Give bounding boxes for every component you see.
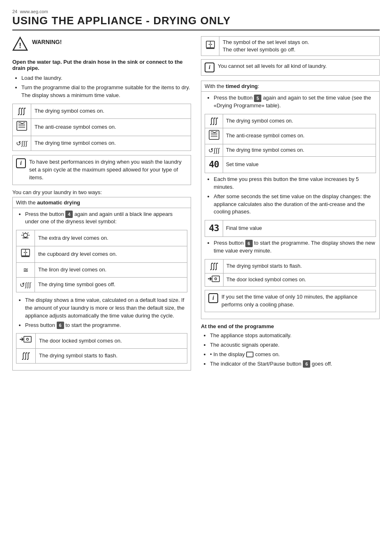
- symbol-cell: [205, 273, 224, 287]
- table-row: 40 Set time value: [205, 157, 376, 173]
- symbol-desc: The drying symbol comes on.: [31, 104, 191, 118]
- symbol-desc: The drying time symbol comes on.: [31, 136, 191, 151]
- display-40-symbol: 40: [209, 159, 219, 169]
- symbol-desc: The drying symbol starts to flash.: [224, 259, 376, 273]
- table-row: ↺ʃʃʃ The drying time symbol comes on.: [205, 144, 376, 157]
- table-row: ʃʃʃ The drying symbol comes on.: [205, 114, 376, 128]
- display-43-symbol: 43: [209, 223, 219, 233]
- final-time-table: 43 Final time value: [205, 220, 376, 237]
- timed-symbol-table: ʃʃʃ The drying symbol comes on. The anti…: [205, 114, 376, 173]
- two-ways-text: You can dry your laundry in two ways:: [12, 189, 191, 195]
- info-icon: i: [205, 63, 214, 72]
- extradry-symbol: [21, 234, 30, 242]
- timed-start-bullet: Press button 6 to start the programme. T…: [205, 239, 376, 255]
- list-item: Press button 6 to start the programme.: [25, 322, 187, 329]
- right-column: The symbol of the set level stays on.The…: [201, 36, 380, 375]
- iron-symbol: ≅: [23, 266, 28, 273]
- level-symbol-table: The symbol of the set level stays on.The…: [201, 36, 380, 56]
- end-section-header: At the end of the programme: [201, 323, 380, 329]
- timed-extra-bullets: Each time you press this button the time…: [205, 176, 376, 216]
- flame-symbol: ʃʃʃ: [18, 107, 25, 115]
- dryness-level-table: The extra dry level comes on.: [16, 230, 187, 292]
- svg-point-27: [211, 44, 212, 44]
- table-row: ʃʃʃ The drying symbol comes on.: [13, 104, 191, 118]
- warning-label: WARNING!: [32, 36, 62, 45]
- timed-bottom-symbol-table: ʃʃʃ The drying symbol starts to flash.: [205, 259, 376, 287]
- drytime-symbol-2: ↺ʃʃʃ: [208, 147, 220, 154]
- symbol-desc: The extra dry level comes on.: [35, 230, 187, 246]
- timed-drying-steps: Press the button 5 again and again to se…: [205, 94, 376, 110]
- auto-drying-header: With the automatic drying: [13, 197, 191, 208]
- table-row: ↺ʃʃʃ The drying time symbol goes off.: [16, 277, 187, 292]
- symbol-desc: The anti-crease symbol comes on.: [31, 118, 191, 136]
- symbol-desc: The drying time symbol goes off.: [35, 277, 187, 292]
- flame-flash-symbol: ʃʃʃ: [22, 352, 30, 360]
- auto-drying-section: With the automatic drying Press the butt…: [12, 197, 191, 371]
- anticrease-symbol: [16, 124, 27, 132]
- info-text: If you set the time value of only 10 min…: [221, 293, 372, 309]
- button-6-badge-2: 6: [245, 240, 253, 247]
- auto-drying-extra-steps: The display shows a time value, calculat…: [16, 297, 187, 329]
- svg-point-16: [24, 252, 25, 253]
- button-5-badge: 5: [254, 95, 261, 102]
- flame-symbol-2: ʃʃʃ: [210, 117, 218, 125]
- drytime-symbol: ↺ʃʃʃ: [16, 140, 28, 147]
- button-4-badge: 4: [65, 211, 73, 218]
- initial-steps-list: Load the laundry. Turn the programme dia…: [12, 74, 191, 100]
- table-row: The anti-crease symbol comes on.: [205, 128, 376, 144]
- svg-point-26: [208, 44, 209, 44]
- button-6-badge-end: 6: [303, 360, 310, 368]
- list-item: Press the button 5 again and again to se…: [214, 94, 376, 110]
- info-text: To have best performances in drying when…: [29, 158, 187, 182]
- symbol-cell: ʃʃʃ: [205, 259, 224, 273]
- symbol-cell: [201, 37, 219, 56]
- symbol-desc: The door locked symbol comes on.: [36, 334, 187, 348]
- svg-point-34: [215, 278, 217, 280]
- timed-drying-body: Press the button 5 again and again to se…: [201, 92, 379, 319]
- list-item: Press the button 4 again and again until…: [25, 211, 187, 226]
- table-row: The extra dry level comes on.: [16, 230, 187, 246]
- symbol-cell: ↺ʃʃʃ: [16, 277, 35, 292]
- svg-point-6: [23, 233, 28, 237]
- svg-text:!: !: [19, 42, 21, 50]
- main-layout: ! WARNING! Open the water tap. Put the d…: [12, 36, 380, 375]
- symbol-desc: The symbol of the set level stays on.The…: [219, 37, 380, 56]
- timed-drying-header: With the timed drying:: [201, 81, 379, 92]
- list-item: The appliance stops automatically.: [210, 332, 380, 340]
- symbol-cell: [13, 118, 31, 136]
- auto-drying-label: automatic drying: [37, 199, 80, 206]
- left-column: ! WARNING! Open the water tap. Put the d…: [12, 36, 191, 375]
- symbol-cell: [16, 230, 35, 246]
- cupboard-symbol: [21, 251, 30, 259]
- symbol-desc: Final time value: [223, 220, 376, 237]
- auto-bottom-symbol-table: The door locked symbol comes on. ʃʃʃ The…: [16, 333, 187, 363]
- table-row: The door locked symbol comes on.: [205, 273, 376, 287]
- table-row: The anti-crease symbol comes on.: [13, 118, 191, 136]
- symbol-cell: 40: [205, 157, 223, 173]
- symbol-cell: ʃʃʃ: [16, 348, 36, 363]
- symbol-cell: ≅: [16, 262, 35, 277]
- svg-line-12: [28, 233, 28, 234]
- symbol-cell: [16, 334, 36, 348]
- info-icon: i: [16, 158, 26, 168]
- info-text: You cannot set all levels for all kind o…: [218, 63, 327, 70]
- page-header: 24 www.aeg.com USING THE APPLIANCE - DRY…: [12, 8, 380, 30]
- warning-box: ! WARNING!: [12, 36, 191, 54]
- auto-drying-body: Press the button 4 again and again until…: [13, 208, 191, 370]
- symbol-desc: Set time value: [223, 157, 376, 173]
- list-item: Load the laundry.: [21, 74, 191, 82]
- end-section-list: The appliance stops automatically. The a…: [201, 332, 380, 368]
- page-title: USING THE APPLIANCE - DRYING ONLY: [12, 14, 380, 30]
- info-box-levels: i You cannot set all levels for all kind…: [201, 59, 380, 76]
- svg-point-20: [27, 338, 29, 341]
- symbol-cell: ʃʃʃ: [13, 104, 31, 118]
- table-row: The door locked symbol comes on.: [16, 334, 187, 348]
- symbol-cell: ʃʃʃ: [205, 114, 223, 128]
- list-item: After some seconds the set time value on…: [214, 193, 376, 216]
- button-6-badge: 6: [57, 322, 64, 329]
- svg-rect-33: [212, 276, 219, 282]
- end-section: At the end of the programme The applianc…: [201, 323, 380, 368]
- page-number: 24 www.aeg.com: [12, 9, 48, 14]
- table-row: ʃʃʃ The drying symbol starts to flash.: [205, 259, 376, 273]
- symbol-cell: 43: [205, 220, 223, 237]
